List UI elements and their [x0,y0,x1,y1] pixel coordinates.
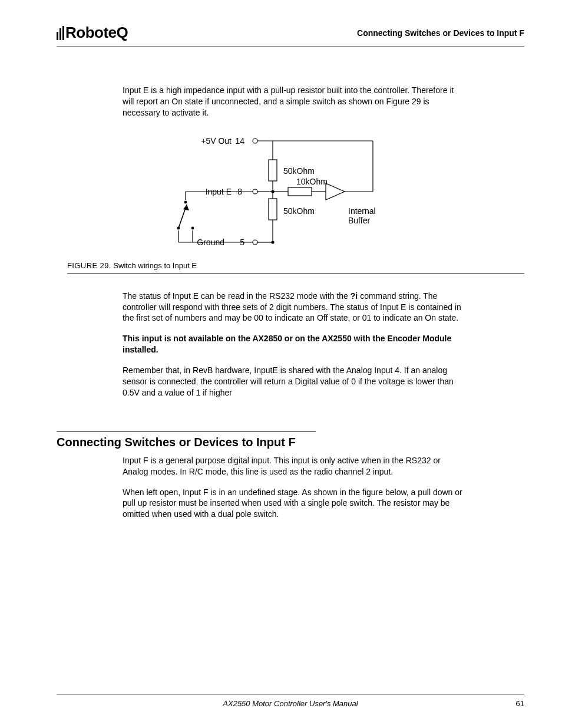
intro-paragraph: Input E is a high impedance input with a… [123,85,465,118]
input-f-para-2: When left open, Input F is in an undefin… [123,487,465,521]
status-paragraph: The status of Input E can be read in the… [123,291,465,324]
label-buffer1: Internal [348,206,376,216]
svg-rect-15 [269,199,277,220]
label-r10k: 10kOhm [296,177,328,186]
logo-bars-icon [57,26,64,40]
page-header: RoboteQ Connecting Switches or Devices t… [57,24,524,47]
intro-block: Input E is a high impedance input with a… [123,85,465,118]
page: RoboteQ Connecting Switches or Devices t… [0,0,562,728]
brand-logo: RoboteQ [57,24,128,42]
header-section-title: Connecting Switches or Devices to Input … [357,28,524,38]
figure-29: 14 +5V Out 50kOhm 8 Input E 10kOhm [57,133,524,256]
svg-marker-11 [326,183,345,200]
svg-point-17 [253,240,257,245]
svg-marker-29 [183,205,189,210]
circuit-diagram: 14 +5V Out 50kOhm 8 Input E 10kOhm [149,133,432,256]
page-footer: AX2550 Motor Controller User's Manual 61 [57,694,524,708]
page-content: Input E is a high impedance input with a… [57,47,524,520]
footer-page-number: 61 [501,699,524,708]
availability-note: This input is not available on the AX285… [123,333,465,355]
logo-text: RoboteQ [65,24,128,42]
label-buffer2: Buffer [348,216,370,225]
label-r50k-bottom: 50kOhm [283,206,315,216]
figure-caption-text: Switch wirings to Input E [113,261,197,270]
input-f-para-1: Input F is a general purpose digital inp… [123,455,465,477]
svg-rect-9 [288,187,312,196]
figure-caption: FIGURE 29. Switch wirings to Input E [67,261,524,274]
label-r50k-top: 50kOhm [283,166,315,176]
svg-point-19 [271,241,274,243]
label-5vout: +5V Out [201,136,232,146]
figure-caption-prefix: FIGURE 29. [67,261,111,270]
label-pin14: 14 [235,136,244,146]
section-heading-input-f: Connecting Switches or Devices to Input … [57,431,316,449]
footer-manual-title: AX2550 Motor Controller User's Manual [80,699,501,708]
svg-point-0 [253,139,257,143]
svg-point-22 [184,200,187,203]
svg-point-7 [253,189,257,194]
input-f-block: Input F is a general purpose digital inp… [123,455,465,520]
status-text-1: The status of Input E can be read in the… [123,291,351,301]
status-block: The status of Input E can be read in the… [123,291,465,398]
command-string: ?i [351,291,358,301]
svg-point-27 [191,226,194,229]
svg-rect-3 [269,160,277,181]
revb-paragraph: Remember that, in RevB hardware, InputE … [123,365,465,398]
